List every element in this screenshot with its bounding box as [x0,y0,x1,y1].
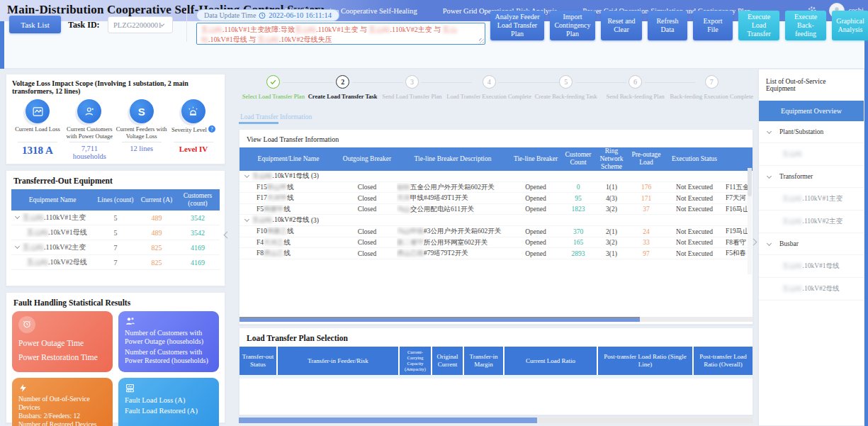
refresh-data-button[interactable]: Refresh Data [648,11,687,40]
tree-item-busbar-2[interactable]: 五山站.10kV#2母线 [759,278,864,301]
customer-count: 165 [563,239,594,246]
outgoing-breaker: Closed [337,239,397,246]
caret-down-icon[interactable] [244,173,249,178]
feeder-name: F5 [257,206,264,213]
export-file-button[interactable]: Export File [693,11,733,40]
execute-back-feeding-button[interactable]: Execute Back-feeding [785,11,826,40]
bolt-icon [18,383,28,393]
station-name: 五山站 [782,284,803,293]
desc-redacted: 天河 [397,194,410,201]
col-header: Execution Status [663,155,726,163]
analyze-feeder-plan-button[interactable]: Analyze Feeder Load Transfer Plan [490,11,544,40]
fault-stats-title: Fault Handling Statistical Results [6,293,225,310]
equipment-name: .110kV#1主变 [803,194,842,203]
table-row[interactable]: 五山站.110kV#1主变 5 489 3542 [11,211,220,225]
tie-line-breaker: Opened [509,228,563,235]
tree-item-transformer-2[interactable]: 五山站.110kV#2主变 [759,211,864,233]
tree-item-transformer-1[interactable]: 五山站.110kV#1主变 [759,188,864,211]
outgoing-breaker: Closed [337,250,397,257]
feeder-name: 线 [284,250,291,257]
fault-desc-seg: .10kV#2母线失压 [279,35,332,43]
stat-feeders-voltage-loss: S Current Feeders with Voltage Loss 12 l… [116,98,167,160]
help-icon[interactable]: ? [208,125,215,133]
feeder-name-redacted: 天河甲 [267,194,288,201]
outgoing-breaker: Closed [337,206,397,213]
task-id-label: Task ID: [68,20,100,30]
card-line: Power Restoration Time [18,353,106,361]
caret-down-icon[interactable] [15,244,20,249]
tree-item-busbar-1[interactable]: 五山站.10kV#1母线 [759,255,864,278]
horizontal-scrollbar[interactable] [239,317,753,322]
execute-load-transfer-button[interactable]: Execute Load Transfer [738,11,779,40]
table-row[interactable]: F10网夏乙线 Closed 乌山甲线#3公用户外开关箱602开关 Opened… [239,226,753,237]
tab-load-transfer-information[interactable]: Load Transfer Information [239,111,313,123]
card-line: Fault Load Restored (A) [125,407,213,415]
stat-label: Severity Level? [168,125,219,140]
table-row[interactable]: F17天河甲线 Closed 天河甲线#49塔49T1开关 Opened 95 … [239,193,753,204]
stat-current-load-loss: Current Load Loss 1318 A [12,98,63,160]
pre-outage-load: 97 [629,250,663,257]
clock-icon [259,12,266,19]
task-id-select[interactable]: PLZG22000001 [108,16,173,33]
col-header: Transfer-out Status [239,347,278,375]
caret-down-icon[interactable] [244,217,249,222]
equipment-name: .10kV#1母线 [803,262,840,271]
table-row[interactable]: F15联山甲线 Closed 创欣五金公用户外开关箱602开关 Opened 0… [239,182,753,194]
group-row-bus1[interactable]: 五山站.10kV#1母线 (3) [239,171,753,182]
right-edge-accent [864,21,868,426]
scrollbar-thumb[interactable] [239,417,537,423]
pre-outage-load: 37 [629,206,663,213]
severity-label: Severity Level [171,126,207,133]
out-of-service-equipment-panel: List of Out-of-Service Equipment Equipme… [758,69,864,426]
reset-clear-button[interactable]: Reset and Clear [601,11,642,40]
tie-line-breaker: Opened [509,206,563,213]
pre-outage-load: 176 [629,184,663,191]
ring-network-scheme: 2(1) [594,228,629,235]
group-row-bus2[interactable]: 五山站.10kV#2母线 (3) [239,215,753,226]
outgoing-breaker: Closed [337,195,397,202]
col-header: Current Load Ratio [505,347,598,375]
tree-item-substation[interactable]: 五山站 [759,143,864,166]
task-list-button[interactable]: Task List [9,16,61,33]
ring-network-scheme: 4(3) [594,195,629,202]
scrollbar-thumb[interactable] [748,168,752,196]
stat-value: 7,711 households [64,145,115,160]
tree-group-label: Busbar [779,240,799,247]
page-horizontal-scrollbar[interactable] [239,417,753,423]
table-row[interactable]: 五山站.10kV#2母线 7 825 4169 [11,255,220,270]
resize-grip-icon[interactable] [479,38,484,43]
group-count: (3) [311,172,319,179]
feeder-name-redacted: 虎山乙 [264,250,284,257]
table-row[interactable]: F4天河乙线 Closed 第二看守所公用环网室602开关 Opened 165… [239,237,753,249]
feeder-name: 线 [284,206,291,213]
import-contingency-button[interactable]: Import Contingency Plan [550,11,595,40]
equipment-name: .110kV#2主变 [44,243,86,251]
fault-stat-cards: Power Outage Time Power Restoration Time… [6,310,225,426]
fault-description-textarea[interactable]: 五山站.110kV#1主变故障:导致五山站.110kV#1主变 与 五山站.11… [196,23,485,45]
caret-down-icon[interactable] [15,214,20,219]
lines-count: 7 [94,244,137,252]
card-line: Number of Customers with Power Outage (h… [125,329,213,345]
equipment-overview-tab[interactable]: Equipment Overview [759,101,864,121]
graphical-analysis-button[interactable]: Graphical Analysis [832,11,868,40]
collapse-left-panel-handle[interactable] [222,225,232,244]
table-row[interactable]: 五山站.10kV#1母线 5 489 3542 [11,225,220,240]
stat-label: Current Customers with Power Outage [64,125,115,140]
scrollbar-thumb[interactable] [239,317,640,322]
vertical-scrollbar[interactable] [748,168,752,274]
feeder-name-redacted: 联山甲 [267,184,288,191]
table-row[interactable]: 五山站.110kV#2主变 7 825 4169 [11,240,220,255]
tree-group-plant-substation[interactable]: Plant/Substation [759,121,864,143]
tree-group-transformer[interactable]: Transformer [759,166,864,188]
table-row[interactable]: F8虎山乙线 Closed 虎山乙线#79塔79T2开关 Opened 2893… [239,248,753,259]
customers-icon [125,316,136,326]
caret-down-icon [767,240,772,245]
table-row[interactable]: F5网夏甲线 Closed 乌山交公用配电站611开关 Opened 1823 … [239,204,753,215]
step-select-load-transfer-plan: Select Load Transfer Plan [239,75,308,109]
equipment-name: .10kV#2母线 [803,284,840,293]
tree-group-busbar[interactable]: Busbar [759,233,864,255]
tie-line-desc: 五金公用户外开关箱602开关 [410,184,495,191]
tab-bar: Load Transfer Information [239,109,753,125]
tie-line-breaker: Opened [509,250,563,257]
current-value: 489 [137,214,176,222]
